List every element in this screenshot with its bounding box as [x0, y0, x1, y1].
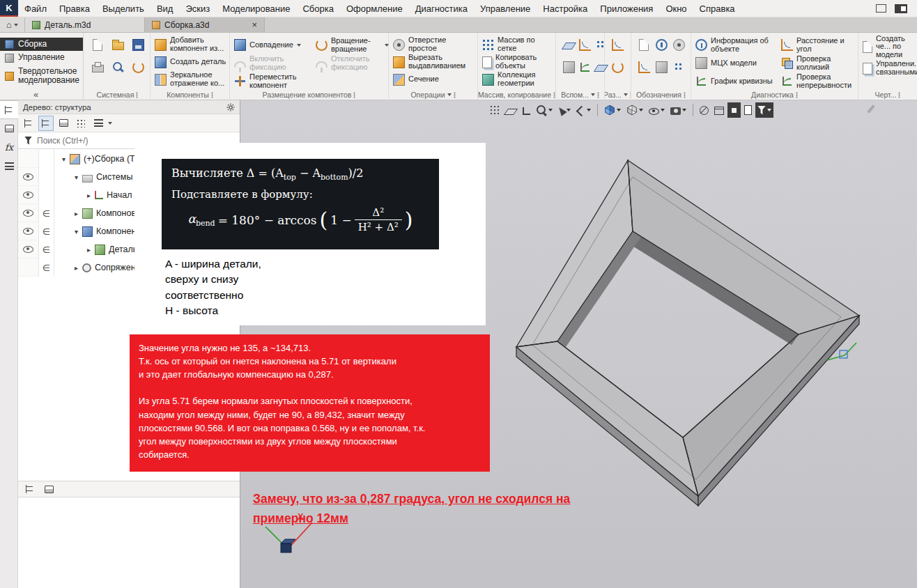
visibility-cell[interactable]: [18, 204, 39, 222]
visibility-cell[interactable]: [18, 168, 39, 186]
menu-item-file[interactable]: Файл: [18, 0, 53, 17]
menu-item-view[interactable]: Вид: [151, 0, 180, 17]
mode-assembly[interactable]: Сборка: [0, 38, 83, 51]
visibility-cell[interactable]: [18, 186, 39, 204]
viewport-layout-button[interactable]: [712, 102, 726, 118]
save-document-button[interactable]: [130, 36, 146, 53]
app-logo[interactable]: K: [0, 0, 18, 17]
expander-icon[interactable]: ▸: [84, 192, 94, 199]
mass-properties-button[interactable]: МЦХ модели: [695, 54, 780, 72]
simple-hole-button[interactable]: Отверстие простое: [393, 36, 475, 53]
expander-icon[interactable]: ▾: [59, 155, 69, 163]
coordinate-axes-button[interactable]: [519, 102, 532, 118]
frame-model[interactable]: [516, 160, 859, 506]
expander-icon[interactable]: ▾: [71, 173, 82, 181]
section-button[interactable]: Сечение: [393, 71, 475, 88]
plane-button[interactable]: [560, 36, 577, 53]
angle-dimension-button[interactable]: [609, 59, 626, 75]
construction-planes-button[interactable]: [504, 102, 518, 118]
tree-item-label[interactable]: (+)Сборка (Те: [84, 154, 139, 164]
menu-item-settings[interactable]: Настройка: [537, 0, 594, 17]
variables-panel-button[interactable]: fx: [0, 138, 18, 157]
maximize-window-icon[interactable]: [876, 4, 886, 13]
print-button[interactable]: [89, 59, 106, 75]
expander-icon[interactable]: ▸: [84, 246, 94, 254]
workspace-button[interactable]: [727, 102, 741, 118]
curvature-graph-button[interactable]: График кривизны: [695, 72, 780, 90]
tab-detail-m3d[interactable]: Деталь.m3d: [25, 17, 145, 32]
messages-panel-button[interactable]: [0, 157, 18, 176]
relations-panel-button[interactable]: [41, 481, 56, 497]
menu-item-help[interactable]: Справка: [693, 0, 741, 17]
display-mode-button[interactable]: [624, 102, 645, 118]
geometry-collection-button[interactable]: Коллекция геометрии: [482, 71, 553, 88]
collapse-ribbon-icon[interactable]: «: [33, 89, 38, 100]
menu-item-modeling[interactable]: Моделирование: [216, 0, 296, 17]
expander-icon[interactable]: ▸: [71, 264, 82, 272]
copy-objects-button[interactable]: Копировать объекты: [482, 54, 553, 70]
menu-item-applications[interactable]: Приложения: [594, 0, 659, 17]
rotate-rotate-button[interactable]: Вращение-вращение: [316, 36, 390, 54]
tree-grouping-button[interactable]: [73, 116, 88, 131]
menu-item-window[interactable]: Окно: [659, 0, 693, 17]
datum-button[interactable]: [653, 36, 670, 53]
distance-angle-button[interactable]: Расстояние и угол: [781, 36, 859, 54]
mode-management[interactable]: Управление: [0, 51, 83, 64]
screen-layout-icon[interactable]: [895, 4, 907, 13]
open-document-button[interactable]: [109, 36, 126, 53]
zoom-button[interactable]: [534, 102, 555, 118]
parameters-panel-button[interactable]: [0, 119, 18, 138]
continuity-check-button[interactable]: Проверка непрерывности: [781, 72, 859, 90]
gear-icon[interactable]: [226, 103, 235, 111]
visibility-cell[interactable]: [18, 222, 39, 240]
object-info-button[interactable]: Информация об объекте: [695, 36, 780, 54]
menu-item-assembly[interactable]: Сборка: [296, 0, 340, 17]
roughness-button[interactable]: [635, 59, 652, 75]
axis-button[interactable]: [576, 36, 593, 53]
menu-item-diagnostics[interactable]: Диагностика: [409, 0, 474, 17]
rotate-view-button[interactable]: [574, 102, 593, 118]
collision-check-button[interactable]: Проверка коллизий: [781, 54, 859, 72]
undo-button[interactable]: [130, 59, 146, 75]
visibility-cell[interactable]: [18, 258, 39, 277]
menu-item-select[interactable]: Выделить: [96, 0, 151, 17]
secondary-tree-toggle-button[interactable]: [22, 481, 38, 497]
tree-simple-view-button[interactable]: [21, 116, 36, 131]
expander-icon[interactable]: ▸: [71, 210, 82, 217]
menu-item-edit[interactable]: Правка: [53, 0, 96, 17]
manage-linked-button[interactable]: Управлени... связанными: [863, 58, 914, 79]
marker-button[interactable]: [670, 59, 687, 75]
pan-button[interactable]: [556, 102, 573, 118]
create-drawing-button[interactable]: Создать че... по модели: [863, 36, 914, 57]
clip-view-button[interactable]: [668, 102, 688, 118]
dimension-button[interactable]: [609, 36, 626, 53]
tree-item-label[interactable]: Начал: [107, 190, 132, 200]
coincide-button[interactable]: Совпадение: [234, 36, 315, 54]
local-cs-button[interactable]: [560, 59, 577, 75]
home-button[interactable]: ⌂: [0, 17, 25, 32]
caret-down-icon[interactable]: [108, 122, 112, 125]
close-tab-icon[interactable]: ×: [246, 20, 257, 30]
menu-item-management[interactable]: Управление: [474, 0, 537, 17]
filter-funnel-icon[interactable]: [24, 137, 32, 145]
tree-item-label[interactable]: Компонент: [96, 226, 140, 236]
cut-extrude-button[interactable]: Вырезать выдавливанием: [393, 54, 475, 70]
tree-structure-view-button[interactable]: [38, 116, 54, 131]
expander-icon[interactable]: ▾: [71, 228, 82, 235]
hide-show-button[interactable]: [647, 102, 667, 118]
tree-panel-button[interactable]: [0, 100, 18, 119]
visibility-cell[interactable]: [18, 240, 39, 258]
tree-item-label[interactable]: Сопряжени: [95, 263, 141, 272]
move-component-button[interactable]: Переместить компонент: [234, 72, 315, 90]
menu-item-sketch[interactable]: Эскиз: [179, 0, 216, 17]
polyline-button[interactable]: [576, 59, 593, 75]
mirror-components-button[interactable]: Зеркальное отражение ко...: [155, 71, 226, 88]
grid-snap-button[interactable]: [488, 102, 502, 118]
annotations-button[interactable]: [742, 102, 754, 118]
tolerance-button[interactable]: [653, 59, 670, 75]
new-document-button[interactable]: [89, 36, 106, 53]
tab-assembly-a3d[interactable]: Сборка.a3d ×: [145, 17, 265, 32]
visibility-cell[interactable]: [18, 150, 39, 168]
filter-button[interactable]: [755, 102, 773, 118]
tree-relations-button[interactable]: [56, 116, 71, 131]
